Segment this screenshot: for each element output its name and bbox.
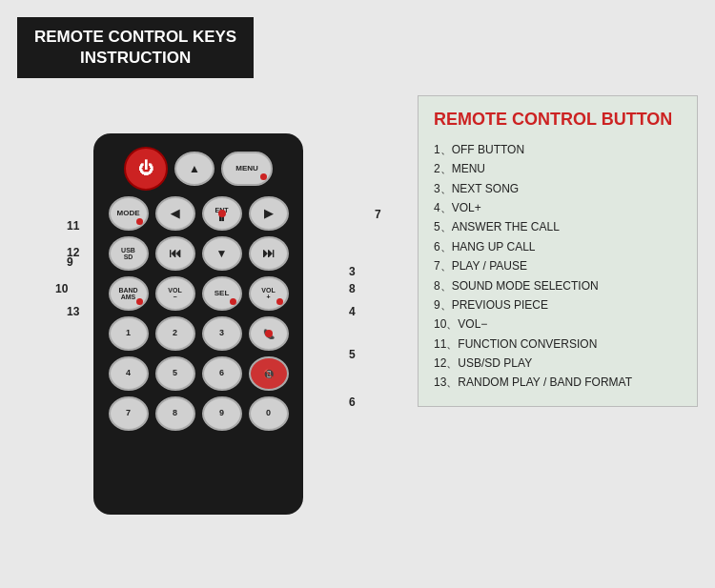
num8-button[interactable]: 8 — [155, 396, 195, 431]
panel-item-12: 12、USB/SD PLAY — [434, 354, 682, 373]
up-button[interactable]: ▲ — [174, 152, 214, 186]
label-4: 4 — [349, 305, 356, 318]
menu-button[interactable]: MENU — [221, 152, 273, 186]
num1-button[interactable]: 1 — [109, 316, 149, 351]
main-content: 1 2 3 4 5 6 7 8 9 10 11 12 13 — [17, 95, 698, 562]
row-4: BANDAMS VOL− SEL VOL+ — [109, 276, 289, 311]
num3-button[interactable]: 3 — [202, 316, 242, 351]
label-10: 10 — [55, 282, 68, 295]
left-button[interactable]: ◀ — [155, 196, 195, 231]
panel-title: REMOTE CONTROL BUTTON — [434, 110, 682, 131]
panel-item-9: 9、PREVIOUS PIECE — [434, 295, 682, 314]
vol-plus-button[interactable]: VOL+ — [249, 276, 289, 311]
page-container: REMOTE CONTROL KEYS INSTRUCTION 1 2 3 4 … — [0, 0, 715, 588]
panel-item-8: 8、SOUND MODE SELECTION — [434, 276, 682, 295]
panel-item-2: 2、MENU — [434, 159, 682, 178]
remote-area: 1 2 3 4 5 6 7 8 9 10 11 12 13 — [17, 95, 418, 562]
label-5: 5 — [349, 348, 356, 361]
label-8: 8 — [349, 282, 356, 295]
panel-item-4: 4、VOL+ — [434, 198, 682, 217]
band-button[interactable]: BANDAMS — [109, 276, 149, 311]
panel-item-10: 10、VOL− — [434, 314, 682, 334]
right-button[interactable]: ▶ — [249, 196, 289, 231]
panel-item-6: 6、HANG UP CALL — [434, 237, 682, 256]
label-12: 12 — [67, 246, 79, 259]
num2-button[interactable]: 2 — [155, 316, 195, 351]
panel-item-5: 5、ANSWER THE CALL — [434, 217, 682, 236]
panel-item-3: 3、NEXT SONG — [434, 179, 682, 198]
mode-button[interactable]: MODE — [109, 196, 149, 231]
next-button[interactable]: ⏭ — [249, 236, 289, 271]
prev-button[interactable]: ⏮ — [155, 236, 195, 271]
answer-button[interactable]: 📞 — [249, 316, 289, 351]
sel-button[interactable]: SEL — [202, 276, 242, 311]
panel-item-1: 1、OFF BUTTON — [434, 140, 682, 159]
label-7: 7 — [375, 208, 381, 221]
usb-button[interactable]: USBSD — [109, 236, 149, 271]
row-6: 4 5 6 📵 — [109, 356, 289, 391]
panel-item-11: 11、FUNCTION CONVERSION — [434, 335, 682, 354]
num4-button[interactable]: 4 — [109, 356, 149, 391]
num7-button[interactable]: 7 — [109, 396, 149, 431]
row-2: MODE ◀ ENT▐▌ ▶ — [109, 196, 289, 231]
row-1: ⏻ ▲ MENU — [124, 147, 273, 191]
label-11: 11 — [67, 219, 79, 233]
num9-button[interactable]: 9 — [202, 396, 242, 431]
num0-button[interactable]: 0 — [249, 396, 289, 431]
right-panel: REMOTE CONTROL BUTTON 1、OFF BUTTON2、MENU… — [418, 95, 698, 407]
vol-minus-button[interactable]: VOL− — [155, 276, 195, 311]
row-3: USBSD ⏮ ▼ ⏭ — [109, 236, 289, 271]
panel-item-7: 7、PLAY / PAUSE — [434, 256, 682, 275]
num5-button[interactable]: 5 — [155, 356, 195, 391]
remote-body: ⏻ ▲ MENU MODE ◀ ENT▐▌ ▶ — [93, 133, 303, 515]
panel-list: 1、OFF BUTTON2、MENU3、NEXT SONG4、VOL+5、ANS… — [434, 140, 682, 393]
label-13: 13 — [67, 305, 79, 318]
power-button[interactable]: ⏻ — [124, 147, 168, 191]
label-6: 6 — [349, 395, 356, 409]
down-button[interactable]: ▼ — [202, 236, 242, 271]
page-title: REMOTE CONTROL KEYS INSTRUCTION — [17, 17, 254, 78]
ent-button[interactable]: ENT▐▌ — [202, 196, 242, 231]
hangup-button[interactable]: 📵 — [249, 356, 289, 391]
num6-button[interactable]: 6 — [202, 356, 242, 391]
panel-item-13: 13、RANDOM PLAY / BAND FORMAT — [434, 373, 682, 392]
row-7: 7 8 9 0 — [109, 396, 289, 431]
row-5: 1 2 3 📞 — [109, 316, 289, 351]
label-3: 3 — [349, 265, 356, 278]
